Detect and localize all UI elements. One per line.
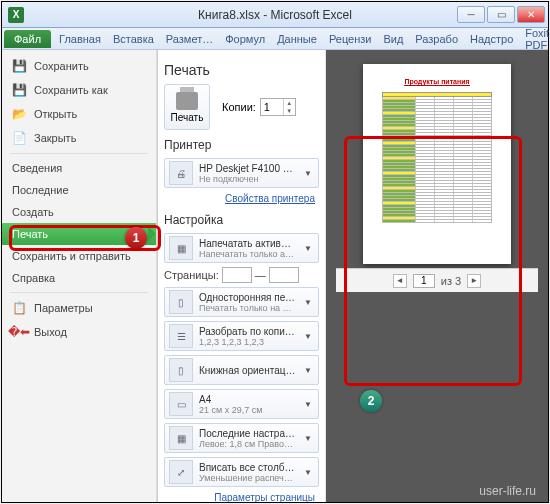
sidebar-item-exit[interactable]: �⬅Выход [2, 320, 156, 344]
file-tab[interactable]: Файл [4, 30, 51, 48]
margins-icon: ▦ [169, 426, 193, 450]
sidebar-item-new[interactable]: Создать [2, 201, 156, 223]
ribbon-tabs: Файл Главная Вставка Размет… Формул Данн… [2, 28, 548, 50]
page-to-input[interactable] [269, 267, 299, 283]
tab-insert[interactable]: Вставка [107, 30, 160, 48]
tab-formulas[interactable]: Формул [219, 30, 271, 48]
sidebar-item-info[interactable]: Сведения [2, 157, 156, 179]
sides-select[interactable]: ▯ Односторонняя печатьПечатать только на… [164, 287, 319, 317]
callout-badge-1: 1 [125, 227, 147, 249]
copies-label: Копии: [222, 101, 256, 113]
tab-addins[interactable]: Надстро [464, 30, 519, 48]
page-of-text: из 3 [441, 275, 461, 287]
printer-icon [176, 92, 198, 110]
pages-range: Страницы: — [164, 267, 319, 283]
next-page-button[interactable]: ► [467, 274, 481, 288]
one-sided-icon: ▯ [169, 290, 193, 314]
save-icon: 💾 [12, 59, 26, 73]
tab-foxit[interactable]: Foxit PDF [519, 24, 550, 54]
sidebar-item-save[interactable]: 💾Сохранить [2, 54, 156, 78]
tab-review[interactable]: Рецензи [323, 30, 378, 48]
print-header: Печать [164, 62, 319, 78]
close-doc-icon: 📄 [12, 131, 26, 145]
sidebar-item-options[interactable]: 📋Параметры [2, 296, 156, 320]
saveas-icon: 💾 [12, 83, 26, 97]
tab-developer[interactable]: Разрабо [409, 30, 464, 48]
printer-select[interactable]: 🖨 HP Deskjet F4100 seriesНе подключен ▼ [164, 158, 319, 188]
collate-icon: ☰ [169, 324, 193, 348]
exit-icon: �⬅ [12, 325, 26, 339]
print-what-select[interactable]: ▦ Напечатать активные листыНапечатать то… [164, 233, 319, 263]
print-settings-panel: Печать Печать Копии: 1▲▼ Принтер 🖨 HP De… [158, 50, 326, 502]
scaling-icon: ⤢ [169, 460, 193, 484]
sidebar-item-help[interactable]: Справка [2, 267, 156, 289]
print-button[interactable]: Печать [164, 84, 210, 130]
preview-doc-title: Продукты питания [404, 78, 469, 86]
preview-table: document.write(Array.from({length:42},(_… [382, 92, 492, 223]
collate-select[interactable]: ☰ Разобрать по копиям1,2,3 1,2,3 1,2,3 ▼ [164, 321, 319, 351]
printer-properties-link[interactable]: Свойства принтера [164, 192, 319, 205]
maximize-button[interactable]: ▭ [487, 6, 515, 23]
printer-header: Принтер [164, 138, 319, 152]
minimize-button[interactable]: ─ [457, 6, 485, 23]
titlebar: X Книга8.xlsx - Microsoft Excel ─ ▭ ✕ [2, 2, 548, 28]
close-button[interactable]: ✕ [517, 6, 545, 23]
tab-home[interactable]: Главная [53, 30, 107, 48]
scaling-select[interactable]: ⤢ Вписать все столбцы на одн…Уменьшение … [164, 457, 319, 487]
sidebar-item-open[interactable]: 📂Открыть [2, 102, 156, 126]
page-from-input[interactable] [222, 267, 252, 283]
tab-data[interactable]: Данные [271, 30, 323, 48]
paper-size-select[interactable]: ▭ A421 см x 29,7 см ▼ [164, 389, 319, 419]
prev-page-button[interactable]: ◄ [393, 274, 407, 288]
open-icon: 📂 [12, 107, 26, 121]
tab-layout[interactable]: Размет… [160, 30, 219, 48]
tab-view[interactable]: Вид [377, 30, 409, 48]
preview-page: Продукты питания document.write(Array.fr… [363, 64, 511, 264]
margins-select[interactable]: ▦ Последние настраиваемые …Левое: 1,8 см… [164, 423, 319, 453]
options-icon: 📋 [12, 301, 26, 315]
sidebar-item-close[interactable]: 📄Закрыть [2, 126, 156, 150]
chevron-down-icon: ▼ [302, 169, 314, 178]
preview-pager: ◄ из 3 ► [336, 268, 538, 292]
portrait-icon: ▯ [169, 358, 193, 382]
callout-badge-2: 2 [360, 390, 382, 412]
paper-icon: ▭ [169, 392, 193, 416]
copies-input[interactable]: 1▲▼ [260, 98, 296, 116]
sidebar-item-recent[interactable]: Последние [2, 179, 156, 201]
setup-header: Настройка [164, 213, 319, 227]
sidebar-item-saveas[interactable]: 💾Сохранить как [2, 78, 156, 102]
print-preview: Продукты питания document.write(Array.fr… [326, 50, 548, 502]
printer-device-icon: 🖨 [169, 161, 193, 185]
page-setup-link[interactable]: Параметры страницы [164, 491, 319, 502]
orientation-select[interactable]: ▯ Книжная ориентация ▼ [164, 355, 319, 385]
backstage-sidebar: 💾Сохранить 💾Сохранить как 📂Открыть 📄Закр… [2, 50, 157, 502]
sheets-icon: ▦ [169, 236, 193, 260]
current-page-input[interactable] [413, 274, 435, 288]
